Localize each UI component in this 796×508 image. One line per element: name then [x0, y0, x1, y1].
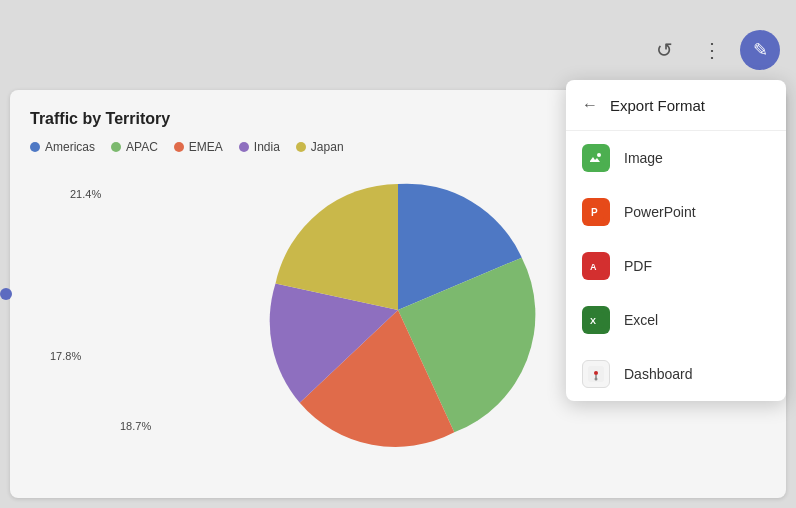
back-icon: ← [582, 96, 598, 114]
legend-label-emea: EMEA [189, 140, 223, 154]
legend-dot-apac [111, 142, 121, 152]
toolbar: ↺ ⋮ ✎ [644, 30, 780, 70]
back-button[interactable]: ← [582, 96, 598, 114]
legend-dot-americas [30, 142, 40, 152]
svg-point-1 [597, 153, 601, 157]
refresh-icon: ↺ [656, 38, 673, 62]
export-dashboard-item[interactable]: Dashboard [566, 347, 786, 401]
dashboard-icon [582, 360, 610, 388]
legend-item-apac: APAC [111, 140, 158, 154]
edit-button[interactable]: ✎ [740, 30, 780, 70]
edit-icon: ✎ [753, 39, 768, 61]
more-icon: ⋮ [702, 38, 722, 62]
legend-item-india: India [239, 140, 280, 154]
export-pdf-item[interactable]: A PDF [566, 239, 786, 293]
legend-label-india: India [254, 140, 280, 154]
legend-label-americas: Americas [45, 140, 95, 154]
legend-label-apac: APAC [126, 140, 158, 154]
export-excel-item[interactable]: X Excel [566, 293, 786, 347]
svg-text:P: P [591, 207, 598, 218]
legend-item-japan: Japan [296, 140, 344, 154]
excel-icon: X [582, 306, 610, 334]
refresh-button[interactable]: ↺ [644, 30, 684, 70]
svg-text:A: A [590, 262, 597, 272]
svg-point-9 [594, 371, 598, 375]
pct-emea: 18.7% [120, 420, 151, 432]
legend-item-emea: EMEA [174, 140, 223, 154]
pct-japan: 21.4% [70, 188, 101, 200]
legend-label-japan: Japan [311, 140, 344, 154]
more-button[interactable]: ⋮ [692, 30, 732, 70]
svg-rect-0 [588, 150, 604, 166]
pdf-icon: A [582, 252, 610, 280]
image-label: Image [624, 150, 663, 166]
dashboard-label: Dashboard [624, 366, 693, 382]
svg-text:X: X [590, 316, 596, 326]
image-icon [582, 144, 610, 172]
export-powerpoint-item[interactable]: P PowerPoint [566, 185, 786, 239]
pct-india: 17.8% [50, 350, 81, 362]
legend-dot-emea [174, 142, 184, 152]
legend-dot-india [239, 142, 249, 152]
export-menu-title: Export Format [610, 97, 705, 114]
pdf-label: PDF [624, 258, 652, 274]
svg-point-11 [595, 378, 598, 381]
main-container: ↺ ⋮ ✎ Traffic by Territory Americas APAC… [0, 0, 796, 508]
left-indicator [0, 288, 12, 300]
powerpoint-label: PowerPoint [624, 204, 696, 220]
export-menu: ← Export Format Image P PowerPoint [566, 80, 786, 401]
pie-chart [258, 170, 538, 450]
legend-dot-japan [296, 142, 306, 152]
powerpoint-icon: P [582, 198, 610, 226]
legend-item-americas: Americas [30, 140, 95, 154]
export-menu-header: ← Export Format [566, 80, 786, 131]
excel-label: Excel [624, 312, 658, 328]
export-image-item[interactable]: Image [566, 131, 786, 185]
